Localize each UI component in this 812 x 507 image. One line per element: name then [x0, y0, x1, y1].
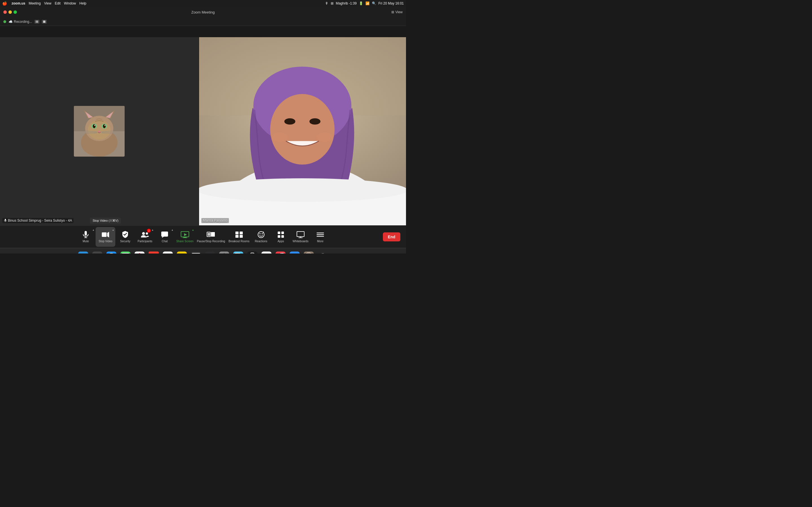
svg-line-132 — [280, 253, 283, 253]
stop-video-chevron: ▲ — [112, 229, 114, 231]
dock-trash[interactable] — [316, 250, 329, 254]
svg-rect-69 — [282, 231, 284, 234]
menubar-help[interactable]: Help — [80, 1, 87, 5]
mute-chevron: ▲ — [92, 229, 94, 231]
svg-point-11 — [88, 120, 110, 140]
participants-chevron: ▲ — [151, 229, 154, 231]
apple-menu[interactable]: 🍎 — [2, 1, 7, 6]
dock-ios-mirroring[interactable] — [246, 250, 259, 254]
reactions-button[interactable]: ✦ Reactions — [251, 227, 271, 247]
dock-photos[interactable] — [133, 250, 146, 254]
dock-preview[interactable] — [232, 250, 245, 254]
dock-sidecar[interactable] — [190, 250, 202, 254]
close-button[interactable] — [3, 10, 7, 14]
mute-icon — [82, 231, 89, 238]
svg-rect-58 — [209, 233, 210, 236]
dock-system-prefs[interactable] — [218, 250, 231, 254]
dock-messages[interactable] — [119, 250, 132, 254]
security-button[interactable]: Security — [115, 227, 135, 247]
pause-stop-recording-label: Pause/Stop Recording — [197, 240, 225, 243]
recording-bar: ☁️ Recording... — [0, 17, 406, 26]
apps-icon — [277, 231, 285, 238]
menubar-left: 🍎 zoom.us Meeting View Edit Window Help — [2, 1, 86, 6]
menubar-meeting[interactable]: Meeting — [29, 1, 41, 5]
participant-name-right: Marisa Paryasto — [201, 218, 229, 223]
participant-name-right-text: Marisa Paryasto — [203, 219, 227, 223]
svg-point-38 — [309, 118, 320, 124]
menubar-app-name[interactable]: zoom.us — [11, 1, 26, 5]
dock-terminal[interactable]: >_ — [204, 250, 216, 254]
svg-rect-111 — [205, 251, 215, 254]
mic-icon-left — [4, 219, 7, 222]
dock-clipboard[interactable] — [302, 250, 315, 254]
svg-rect-138 — [307, 252, 310, 254]
dock-music[interactable] — [274, 250, 287, 254]
menubar-view[interactable]: View — [44, 1, 51, 5]
menubar-window[interactable]: Window — [64, 1, 76, 5]
svg-point-40 — [317, 132, 333, 142]
svg-point-37 — [284, 118, 295, 124]
view-grid-icon: ⊞ — [391, 10, 394, 14]
share-screen-icon — [181, 231, 189, 238]
cloud-recording-label: ☁️ Recording... — [8, 20, 32, 24]
dock-reminders[interactable]: 3 — [161, 250, 174, 254]
share-screen-label: Share Screen — [176, 240, 193, 243]
breakout-rooms-icon — [235, 231, 243, 238]
dock-launchpad[interactable] — [91, 250, 104, 254]
svg-point-36 — [270, 94, 335, 165]
chat-button[interactable]: ▲ Chat — [155, 227, 174, 247]
view-button[interactable]: ⊞ View — [391, 10, 403, 14]
chat-icon — [161, 231, 168, 238]
svg-rect-70 — [278, 235, 280, 238]
window-title: Zoom Meeting — [191, 10, 214, 14]
svg-rect-116 — [224, 253, 224, 254]
titlebar: Zoom Meeting ⊞ View — [0, 7, 406, 17]
end-button[interactable]: End — [383, 232, 400, 241]
apps-button[interactable]: Apps — [271, 227, 291, 247]
svg-rect-133 — [290, 251, 300, 254]
menubar-battery: 🔋 — [359, 1, 363, 5]
svg-rect-61 — [240, 231, 243, 234]
stop-video-button[interactable]: ▲ Stop Video Stop Video (⇧⌘V) — [96, 227, 115, 247]
dock-zoom[interactable] — [288, 250, 301, 254]
traffic-lights — [3, 10, 17, 14]
more-icon — [317, 231, 324, 238]
dock-calendar[interactable]: 20 — [147, 250, 160, 254]
menubar-right: 🎙 ⊞ Maghrib -1:39 🔋 📶 🔍 Fri 20 May 16:01 — [325, 1, 404, 5]
mute-button[interactable]: ▲ Mute — [76, 227, 96, 247]
breakout-rooms-label: Breakout Rooms — [229, 240, 249, 243]
whiteboards-button[interactable]: Whiteboards — [291, 227, 310, 247]
svg-rect-60 — [236, 231, 239, 234]
whiteboards-label: Whiteboards — [293, 240, 308, 243]
upper-area — [0, 26, 406, 37]
menubar-search[interactable]: 🔍 — [372, 1, 376, 5]
apps-label: Apps — [277, 240, 284, 243]
dock-activity-monitor[interactable] — [260, 250, 273, 254]
share-screen-button[interactable]: ▲ Share Screen — [174, 227, 195, 247]
menubar-mic-icon: 🎙 — [325, 1, 328, 5]
recording-pause-button[interactable] — [35, 20, 40, 24]
recording-controls — [35, 20, 47, 24]
recording-stop-button[interactable] — [42, 20, 47, 24]
more-button[interactable]: More — [310, 227, 330, 247]
participants-badge: 2 — [147, 229, 151, 233]
minimize-button[interactable] — [8, 10, 12, 14]
menubar-time: Maghrib -1:39 — [336, 1, 357, 5]
recording-dot — [3, 20, 6, 23]
pause-stop-recording-button[interactable]: Pause/Stop Recording — [195, 227, 227, 247]
menubar-edit[interactable]: Edit — [55, 1, 61, 5]
breakout-rooms-button[interactable]: Breakout Rooms — [227, 227, 251, 247]
reactions-label: Reactions — [255, 240, 267, 243]
svg-rect-25 — [5, 219, 6, 221]
main-content: Binus School Simprug - Seira Sulistyo - … — [0, 37, 406, 225]
dock-finder[interactable] — [77, 250, 90, 254]
maximize-button[interactable] — [13, 10, 17, 14]
dock-safari[interactable] — [105, 250, 118, 254]
dock-notes[interactable] — [175, 250, 188, 254]
cat-video-thumbnail — [74, 106, 124, 157]
svg-point-48 — [142, 232, 145, 235]
svg-rect-57 — [208, 233, 209, 236]
participants-button[interactable]: ▲ 2 Participants — [135, 227, 155, 247]
svg-marker-51 — [162, 237, 164, 238]
cloud-icon: ☁️ — [8, 20, 13, 24]
